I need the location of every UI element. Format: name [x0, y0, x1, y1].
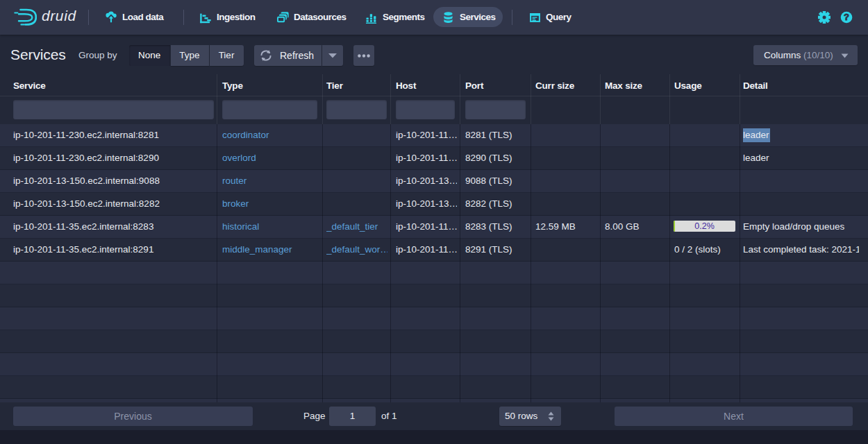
svg-text:?: ? — [844, 12, 849, 22]
